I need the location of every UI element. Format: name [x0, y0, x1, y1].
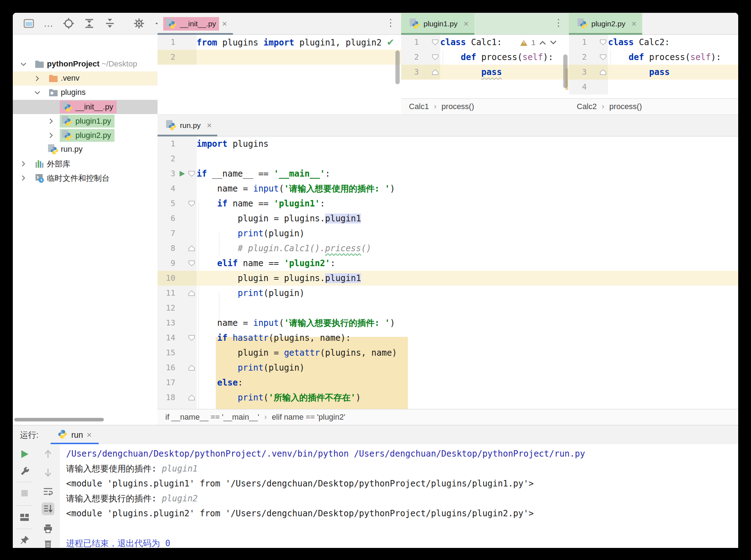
fold-marker-icon[interactable]	[188, 335, 195, 343]
project-view-icon[interactable]	[23, 17, 35, 29]
code-editor[interactable]: 1from plugins import plugin1, plugin2✔2	[158, 35, 401, 114]
code-line-10[interactable]: 10 plugin = plugins.plugin1	[158, 271, 738, 286]
fold-marker-icon[interactable]	[600, 69, 607, 77]
editor-pane-init[interactable]: __init__.py×⋮1from plugins import plugin…	[158, 13, 401, 114]
breadcrumb-item[interactable]: elif name == 'plugin2'	[272, 413, 345, 422]
chevron-right-icon[interactable]	[19, 160, 28, 168]
code-line-3[interactable]: 3 pass	[401, 65, 569, 80]
code-line-5[interactable]: 5 if name == 'plugin1':	[158, 196, 738, 211]
tree-item-root[interactable]: pythonProject ~/Desktop	[13, 57, 158, 71]
print-icon[interactable]	[42, 522, 54, 535]
collapse-all-icon[interactable]	[104, 17, 116, 29]
chevron-right-icon[interactable]	[47, 131, 55, 140]
inspection-widget[interactable]: !1	[520, 38, 557, 47]
previous-warning-icon[interactable]	[539, 40, 546, 45]
fold-marker-icon[interactable]	[432, 39, 439, 47]
stop-icon[interactable]	[18, 487, 31, 500]
breadcrumb-item[interactable]: Calc2	[577, 102, 597, 111]
chevron-right-icon[interactable]	[47, 117, 55, 125]
code-editor[interactable]: 1class Calc2:2 def process(self):3 pass4	[569, 35, 738, 99]
fold-marker-icon[interactable]	[188, 171, 195, 178]
close-icon[interactable]: ×	[222, 20, 227, 28]
fold-marker-icon[interactable]	[188, 394, 195, 402]
code-line-6[interactable]: 6 plugin = plugins.plugin1	[158, 211, 738, 226]
vertical-scrollbar-thumb[interactable]	[395, 50, 400, 84]
expand-all-icon[interactable]	[83, 17, 95, 29]
code-line-8[interactable]: 8 # plugin.Calc1().pricess()	[158, 241, 738, 256]
console-output[interactable]: /Users/dengchuan/Desktop/pythonProject/.…	[60, 444, 738, 548]
fold-marker-icon[interactable]	[432, 69, 439, 77]
fold-marker-icon[interactable]	[188, 290, 195, 298]
fold-marker-icon[interactable]	[600, 54, 607, 62]
code-editor[interactable]: 1class Calc1:2 def process(self):3 pass!…	[401, 35, 569, 99]
fold-marker-icon[interactable]	[600, 39, 607, 47]
editor-tab-plugin2[interactable]: plugin2.py×	[569, 13, 642, 34]
tree-item-init[interactable]: __init__.py	[13, 100, 158, 114]
soft-wrap-icon[interactable]	[42, 485, 54, 498]
code-line-3[interactable]: 3 pass	[569, 65, 738, 80]
close-icon[interactable]: ×	[207, 121, 212, 130]
close-icon[interactable]: ×	[87, 431, 92, 439]
settings-wrench-icon[interactable]	[18, 465, 31, 478]
project-tool-window[interactable]: … pythonProject ~/Desktop.venvplugins __…	[13, 13, 158, 425]
down-arrow-icon[interactable]	[42, 466, 54, 479]
code-line-2[interactable]: 2	[158, 50, 401, 65]
breadcrumb-item[interactable]: process()	[442, 102, 474, 111]
tree-item-runpy[interactable]: run.py	[13, 142, 158, 157]
code-line-15[interactable]: 15 plugin = getattr(plugins, name)	[158, 345, 738, 360]
breadcrumb-item[interactable]: process()	[609, 102, 642, 111]
run-tool-window[interactable]: 运行: run × /Users/dengchuan/Desktop/pytho…	[13, 425, 738, 548]
editor-pane-plugin2[interactable]: plugin2.py×1class Calc2:2 def process(se…	[569, 13, 738, 114]
next-warning-icon[interactable]	[550, 40, 557, 45]
editor-tab-run[interactable]: run.py×	[158, 115, 217, 136]
code-line-16[interactable]: 16 print(plugin)	[158, 360, 738, 375]
inspection-ok-icon[interactable]: ✔	[387, 37, 394, 48]
chevron-down-icon[interactable]	[33, 88, 42, 97]
chevron-right-icon[interactable]	[19, 174, 28, 182]
horizontal-scrollbar-thumb[interactable]	[14, 418, 104, 421]
code-line-7[interactable]: 7 print(plugin)	[158, 226, 738, 241]
breadcrumb-item[interactable]: if __name__ == '__main__'	[165, 413, 259, 422]
code-line-12[interactable]: 12	[158, 301, 738, 316]
code-line-1[interactable]: 1from plugins import plugin1, plugin2✔	[158, 35, 401, 50]
fold-marker-icon[interactable]	[188, 245, 195, 253]
fold-marker-icon[interactable]	[432, 54, 439, 62]
settings-gear-icon[interactable]	[133, 17, 145, 29]
code-line-11[interactable]: 11 print(plugin)	[158, 286, 738, 301]
restore-layout-icon[interactable]	[18, 511, 31, 524]
code-editor[interactable]: 1import plugins23if __name__ == '__main_…	[158, 136, 738, 410]
fold-marker-icon[interactable]	[188, 260, 195, 268]
fold-marker-icon[interactable]	[188, 365, 195, 372]
rerun-play-icon[interactable]	[18, 448, 31, 461]
pin-icon[interactable]	[18, 534, 31, 546]
fold-marker-icon[interactable]	[188, 200, 195, 208]
editor-tab-init[interactable]: __init__.py×	[158, 13, 233, 34]
code-line-14[interactable]: 14 if hasattr(plugins, name):	[158, 330, 738, 345]
run-console-tab[interactable]: run ×	[55, 425, 94, 445]
tree-item-plugins[interactable]: plugins	[13, 86, 158, 100]
tree-item-scratch[interactable]: 临时文件和控制台	[13, 171, 158, 185]
tab-options-icon[interactable]: ⋮	[554, 18, 563, 28]
code-line-18[interactable]: 18 print('所输入的插件不存在')	[158, 390, 738, 405]
code-line-13[interactable]: 13 name = input('请输入想要执行的插件: ')	[158, 316, 738, 330]
locate-icon[interactable]	[63, 17, 75, 29]
tree-item-plugin2[interactable]: plugin2.py	[13, 128, 158, 142]
chevron-down-icon[interactable]	[19, 60, 28, 69]
clear-all-icon[interactable]	[42, 537, 54, 548]
tree-item-plugin1[interactable]: plugin1.py	[13, 114, 158, 128]
code-line-9[interactable]: 9 elif name == 'plugin2':	[158, 256, 738, 271]
tree-item-venv[interactable]: .venv	[13, 71, 158, 86]
code-line-2[interactable]: 2 def process(self):	[401, 50, 569, 65]
chevron-right-icon[interactable]	[33, 74, 42, 83]
vertical-scrollbar-thumb[interactable]	[563, 54, 568, 88]
run-gutter-icon[interactable]	[178, 170, 186, 179]
editor-pane-plugin1[interactable]: plugin1.py×⋮1class Calc1:2 def process(s…	[401, 13, 569, 114]
tab-options-icon[interactable]: ⋮	[386, 18, 395, 28]
code-line-1[interactable]: 1class Calc2:	[569, 35, 738, 50]
code-line-17[interactable]: 17 else:	[158, 375, 738, 390]
code-line-4[interactable]: 4	[569, 80, 738, 95]
code-line-4[interactable]: 4 name = input('请输入想要使用的插件: ')	[158, 181, 738, 196]
code-line-3[interactable]: 3if __name__ == '__main__':	[158, 166, 738, 181]
breadcrumb-item[interactable]: Calc1	[409, 102, 429, 111]
code-line-2[interactable]: 2 def process(self):	[569, 50, 738, 65]
